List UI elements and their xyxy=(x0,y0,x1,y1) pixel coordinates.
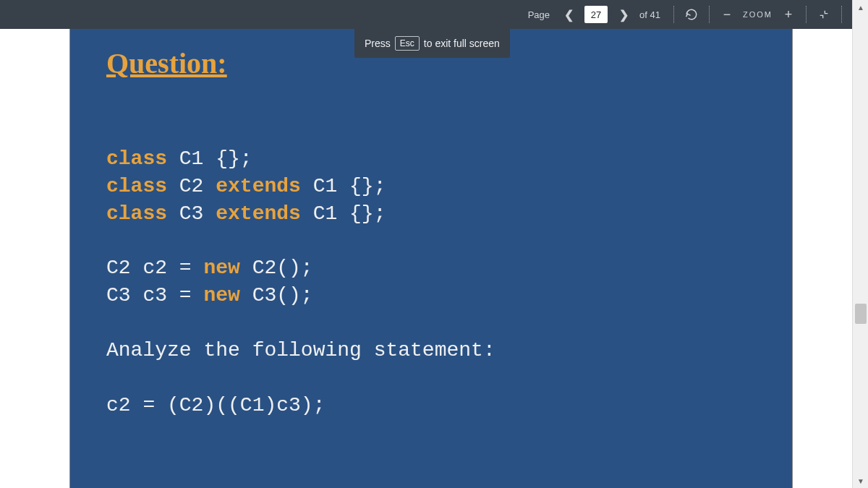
keyword-class: class xyxy=(106,175,167,197)
keyword-class: class xyxy=(106,147,167,170)
keyword-extends: extends xyxy=(216,175,301,197)
next-page-button[interactable]: ❯ xyxy=(613,4,634,25)
code-line: c2 = (C2)((C1)c3); xyxy=(106,392,756,419)
reload-icon xyxy=(685,8,698,21)
toolbar-separator xyxy=(673,6,674,23)
prev-page-button[interactable]: ❮ xyxy=(558,4,579,25)
code-text: C1 {}; xyxy=(167,147,252,170)
scroll-down-button[interactable]: ▼ xyxy=(853,474,868,488)
minus-icon: − xyxy=(723,7,731,22)
code-text: C2(); xyxy=(240,257,313,279)
esc-notice-press: Press xyxy=(365,38,391,49)
reload-button[interactable] xyxy=(681,4,702,25)
code-line: class C1 {}; xyxy=(106,145,756,173)
code-block: class C1 {}; class C2 extends C1 {}; cla… xyxy=(106,145,756,419)
toolbar-separator xyxy=(709,6,710,23)
code-text: C1 {}; xyxy=(301,202,386,225)
plus-icon: + xyxy=(785,7,793,22)
code-line: Analyze the following statement: xyxy=(106,337,756,364)
code-line: C3 c3 = new C3(); xyxy=(106,282,756,309)
code-text: C2 c2 = xyxy=(106,257,203,279)
zoom-label: ZOOM xyxy=(743,10,773,19)
blank-line xyxy=(106,227,756,254)
esc-key-badge: Esc xyxy=(395,36,420,51)
vertical-scrollbar[interactable]: ▲ ▼ xyxy=(852,0,868,488)
chevron-left-icon: ❮ xyxy=(564,8,574,22)
code-text: C3 xyxy=(167,202,216,225)
keyword-class: class xyxy=(106,202,167,225)
shrink-icon xyxy=(818,9,830,20)
scroll-thumb[interactable] xyxy=(855,304,867,324)
blank-line xyxy=(106,364,756,392)
zoom-out-button[interactable]: − xyxy=(717,4,737,25)
keyword-new: new xyxy=(203,257,239,279)
code-text: C1 {}; xyxy=(301,175,386,197)
code-text: C3 c3 = xyxy=(106,284,203,307)
blank-line xyxy=(106,309,756,337)
code-line: class C3 extends C1 {}; xyxy=(106,200,756,228)
zoom-in-button[interactable]: + xyxy=(778,4,799,25)
code-line: C2 c2 = new C2(); xyxy=(106,254,756,282)
slide-canvas: Question: class C1 {}; class C2 extends … xyxy=(69,25,793,488)
code-text: Analyze the following statement: xyxy=(106,339,495,361)
toolbar-separator xyxy=(806,6,807,23)
triangle-up-icon: ▲ xyxy=(857,4,864,12)
page-label: Page xyxy=(528,9,550,20)
toolbar-separator xyxy=(841,6,842,23)
esc-notice-rest: to exit full screen xyxy=(424,38,500,49)
code-text: c2 = (C2)((C1)c3); xyxy=(106,394,325,416)
code-text: C2 xyxy=(167,175,216,197)
code-text: C3(); xyxy=(240,284,313,307)
page-number-input[interactable] xyxy=(584,6,608,23)
exit-fullscreen-button[interactable] xyxy=(814,4,834,25)
code-line: class C2 extends C1 {}; xyxy=(106,173,756,200)
fullscreen-esc-notice: Press Esc to exit full screen xyxy=(354,29,510,58)
keyword-new: new xyxy=(203,284,239,307)
scroll-up-button[interactable]: ▲ xyxy=(853,0,868,14)
chevron-right-icon: ❯ xyxy=(619,8,629,22)
page-total-label: of 41 xyxy=(639,9,660,20)
triangle-down-icon: ▼ xyxy=(857,477,864,485)
keyword-extends: extends xyxy=(216,202,301,225)
viewer-toolbar: Page ❮ ❯ of 41 − ZOOM + xyxy=(0,0,852,29)
